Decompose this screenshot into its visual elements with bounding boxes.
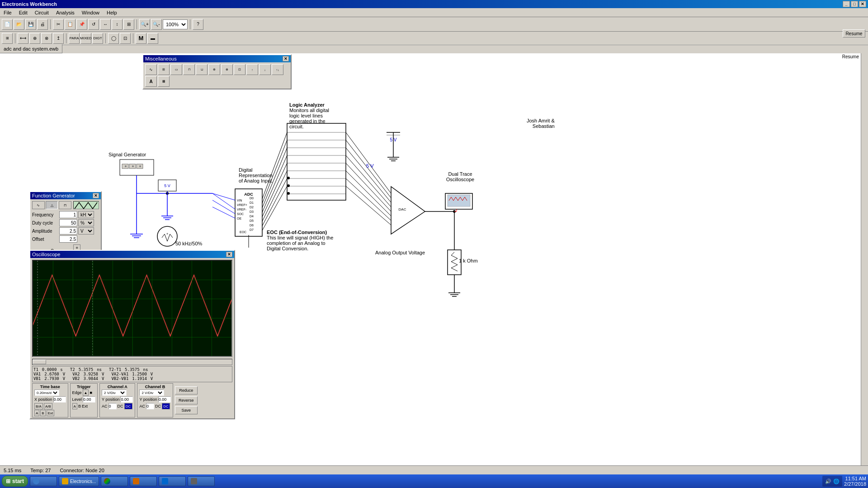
right-scrollbar[interactable] <box>861 53 868 472</box>
oscilloscope-scrollbar[interactable] <box>32 359 232 365</box>
tb2-btn5[interactable]: ↥ <box>53 33 64 44</box>
tb2-btn7[interactable]: MIXED <box>80 33 91 44</box>
ext-button[interactable]: Ext <box>47 410 55 416</box>
tb2-btn6[interactable]: PARA <box>69 33 80 44</box>
tb2-btn10[interactable]: ⊡ <box>120 33 131 44</box>
amplitude-input[interactable] <box>59 227 77 235</box>
misc-btn-component6[interactable]: ⊗ <box>221 64 233 75</box>
zoom-in-button[interactable]: 🔍+ <box>139 19 150 30</box>
svg-text:ADC: ADC <box>244 192 253 197</box>
triangle-wave-button[interactable]: △ <box>46 201 58 209</box>
duty-cycle-input[interactable] <box>59 219 77 226</box>
misc-btn-wave[interactable]: ∿ <box>145 64 157 75</box>
zoom-select[interactable]: 100% 50% 200% <box>163 19 188 29</box>
menu-edit[interactable]: Edit <box>17 9 29 16</box>
component-button[interactable]: ⊞ <box>123 19 134 30</box>
trigger-a-button[interactable]: A <box>72 403 77 409</box>
close-button[interactable]: ✕ <box>859 1 866 7</box>
meas-row3: VB1 2.7930 V VB2 3.9844 V VB2-VB1 1.1914… <box>33 376 231 381</box>
resume-button[interactable]: Resume <box>843 29 865 38</box>
menu-circuit[interactable]: Circuit <box>33 9 51 16</box>
channel-a-ac-input[interactable] <box>108 403 117 409</box>
paste-button[interactable]: 📌 <box>76 19 87 30</box>
open-button[interactable]: 📂 <box>14 19 24 30</box>
channel-b-dc-button[interactable]: DC <box>162 403 170 409</box>
duty-cycle-unit[interactable]: % <box>78 219 94 226</box>
new-button[interactable]: 📄 <box>2 19 13 30</box>
channel-a-dc-button[interactable]: DC <box>124 403 132 409</box>
channel-a-ypos-input[interactable] <box>120 396 133 403</box>
tb2-btn11[interactable]: ▬ <box>147 33 158 44</box>
flip-v-button[interactable]: ↕ <box>112 19 123 30</box>
taskbar-item-ie[interactable] <box>30 476 57 486</box>
svg-text:VIN: VIN <box>237 199 242 202</box>
tb2-btn1[interactable]: ⊞ <box>2 33 13 44</box>
sine-wave-button[interactable]: ∿ <box>32 201 45 209</box>
cut-button[interactable]: ✂ <box>53 19 64 30</box>
misc-btn-component3[interactable]: ⊓ <box>183 64 195 75</box>
misc-btn-component1[interactable]: ⊞ <box>158 64 170 75</box>
amplitude-unit[interactable]: V mV <box>78 227 94 235</box>
misc-btn-r2-5[interactable]: ▦ <box>158 76 170 87</box>
reduce-button[interactable]: Reduce <box>175 386 198 394</box>
misc-btn-r2-4[interactable]: A <box>145 76 157 87</box>
channel-b-vdiv[interactable]: 2 V/Div 1 V/Div 5 V/Div <box>139 389 164 396</box>
menu-window[interactable]: Window <box>80 9 101 16</box>
save-button-osc[interactable]: Save <box>175 406 198 414</box>
square-wave-button[interactable]: ⊓ <box>59 201 71 209</box>
frequency-input[interactable] <box>59 211 77 218</box>
trigger-level-input[interactable] <box>83 396 95 403</box>
tb2-btn3[interactable]: ⊕ <box>29 33 40 44</box>
edge-button[interactable]: ▲ <box>83 389 89 396</box>
taskbar-item-3[interactable] <box>130 476 157 486</box>
misc-btn-r2-2[interactable]: ↓ <box>259 64 271 75</box>
menu-help[interactable]: Help <box>105 9 119 16</box>
tb2-M-btn[interactable]: M <box>136 33 146 44</box>
menu-analysis[interactable]: Analysis <box>54 9 76 16</box>
minimize-button[interactable]: _ <box>843 1 850 7</box>
frequency-unit[interactable]: kHz Hz MHz <box>78 211 94 218</box>
function-gen-close-button[interactable]: ✕ <box>93 193 99 198</box>
oscilloscope-close-button[interactable]: ✕ <box>226 252 232 257</box>
tb2-btn4[interactable]: ⊗ <box>41 33 52 44</box>
offset-input[interactable] <box>59 235 77 243</box>
separator7 <box>133 33 133 43</box>
copy-button[interactable]: 📋 <box>65 19 75 30</box>
tb2-btn2[interactable]: ⟷ <box>18 33 28 44</box>
channel-a-vdiv[interactable]: 2 V/Div 1 V/Div 5 V/Div <box>102 389 127 396</box>
misc-btn-component5[interactable]: ⊕ <box>208 64 220 75</box>
zoom-out-button[interactable]: 🔍- <box>151 19 162 30</box>
start-button[interactable]: ⊞ start <box>2 476 28 487</box>
oscilloscope-scroll-thumb[interactable] <box>33 360 46 364</box>
ab-button[interactable]: B/A <box>34 403 43 409</box>
grid-v7 <box>172 261 172 356</box>
a-button[interactable]: A <box>34 410 39 416</box>
tb2-btn9[interactable]: ◯ <box>108 33 119 44</box>
taskbar-item-ewb[interactable]: Electronics... <box>59 476 99 486</box>
taskbar-item-4[interactable] <box>159 476 186 486</box>
misc-btn-component4[interactable]: ⊔ <box>196 64 208 75</box>
channel-b-ypos-input[interactable] <box>158 396 171 403</box>
menu-file[interactable]: File <box>2 9 14 16</box>
tb2-btn8[interactable]: DIGT <box>92 33 103 44</box>
misc-btn-r2-3[interactable]: ↑↓ <box>272 64 283 75</box>
misc-btn-component2[interactable]: ▭ <box>170 64 182 75</box>
save-button[interactable]: 💾 <box>25 19 36 30</box>
misc-btn-component7[interactable]: ⊡ <box>234 64 245 75</box>
help-button[interactable]: ? <box>193 19 203 30</box>
ab2-button[interactable]: A/B <box>44 403 52 409</box>
misc-close-button[interactable]: ✕ <box>283 56 289 61</box>
xpos-input[interactable] <box>53 396 66 403</box>
misc-btn-r2-1[interactable]: ↑ <box>246 64 258 75</box>
channel-b-ac-input[interactable] <box>146 403 154 409</box>
b-button[interactable]: B <box>40 410 45 416</box>
print-button[interactable]: 🖨 <box>37 19 48 30</box>
maximize-button[interactable]: □ <box>851 1 858 7</box>
rotate-button[interactable]: ↺ <box>88 19 99 30</box>
taskbar-item-5[interactable] <box>188 476 215 486</box>
reverse-button[interactable]: Reverse <box>175 396 198 404</box>
time-base-select[interactable]: 0.20ms/div 0.10ms/div 0.50ms/div <box>34 389 59 396</box>
trigger-level-row: Level <box>72 396 96 403</box>
flip-h-button[interactable]: ↔ <box>100 19 111 30</box>
taskbar-item-chrome[interactable] <box>101 476 128 486</box>
